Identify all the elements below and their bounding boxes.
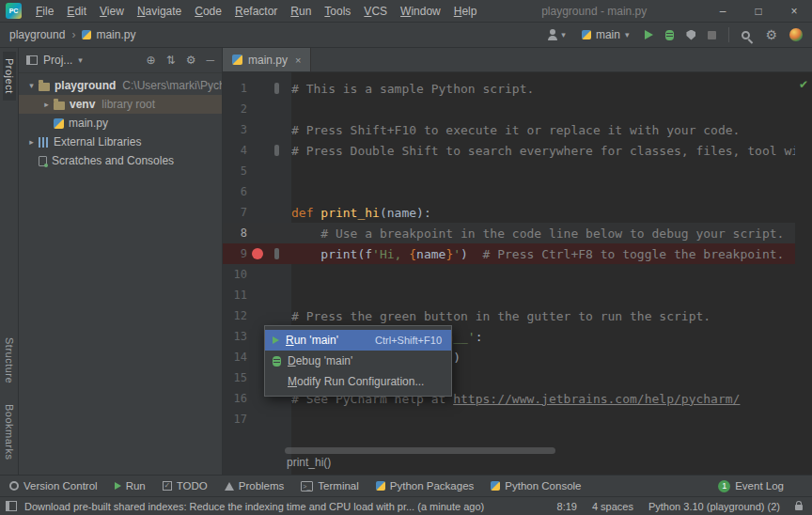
status-message[interactable]: Download pre-built shared indexes: Reduc… <box>24 501 484 512</box>
toolwindow-button-version-control[interactable]: Version Control <box>9 480 98 492</box>
run-configuration-select[interactable]: main ▾ <box>578 26 633 43</box>
code-line-8[interactable]: 8 # Use a breakpoint in the code line be… <box>223 223 795 243</box>
line-number[interactable]: 15 <box>223 371 247 384</box>
line-number[interactable]: 3 <box>223 123 247 136</box>
chevron-right-icon[interactable]: ▸ <box>39 100 54 109</box>
terminal-icon <box>301 481 313 492</box>
tree-item-scratches-and-consoles[interactable]: Scratches and Consoles <box>19 151 222 170</box>
avatar[interactable] <box>789 28 803 41</box>
code-line-10[interactable]: 10 <box>223 264 795 285</box>
line-number[interactable]: 8 <box>223 226 247 240</box>
menu-tools[interactable]: Tools <box>318 0 357 22</box>
lock-icon[interactable] <box>795 505 803 510</box>
editor-breadcrumb[interactable]: print_hi() <box>287 456 331 469</box>
coverage-button[interactable] <box>686 30 695 40</box>
tab-main-py[interactable]: main.py × <box>223 48 311 71</box>
code-line-2[interactable]: 2 <box>223 99 795 119</box>
breadcrumb-item-playground[interactable]: playground <box>9 28 65 41</box>
tool-window-switcher-icon[interactable] <box>6 501 17 511</box>
code-line-6[interactable]: 6 <box>223 181 795 202</box>
settings-gear-icon[interactable]: ⚙ <box>765 28 777 41</box>
breadcrumb-item-main-py[interactable]: main.py <box>82 28 135 41</box>
line-number[interactable]: 13 <box>223 330 247 343</box>
code-line-17[interactable]: 17 <box>223 409 795 429</box>
toolwindow-button-run[interactable]: Run <box>115 480 146 492</box>
menu-navigate[interactable]: Navigate <box>131 0 188 22</box>
debug-button[interactable] <box>665 30 674 40</box>
line-number[interactable]: 11 <box>223 289 247 302</box>
code-line-3[interactable]: 3# Press Shift+F10 to execute it or repl… <box>223 119 795 140</box>
line-number[interactable]: 2 <box>223 102 247 116</box>
chevron-down-icon[interactable]: ▾ <box>24 81 39 90</box>
stripe-item-project[interactable]: Project <box>3 52 16 101</box>
line-number[interactable]: 12 <box>223 309 247 322</box>
breakpoint-icon[interactable] <box>252 248 263 259</box>
menu-item-modify-run-configuration[interactable]: Modify Run Configuration... <box>265 371 451 392</box>
code-editor[interactable]: 1# This is a sample Python script.23# Pr… <box>223 72 812 475</box>
code-line-1[interactable]: 1# This is a sample Python script. <box>223 78 795 99</box>
user-menu-button[interactable]: ▾ <box>547 29 566 40</box>
line-number[interactable]: 6 <box>223 185 247 198</box>
tree-item-venv[interactable]: ▸venvlibrary root <box>19 95 222 114</box>
project-view-select[interactable]: Proj... <box>43 54 72 67</box>
menu-refactor[interactable]: Refactor <box>228 0 284 22</box>
line-number[interactable]: 5 <box>223 164 247 178</box>
code-line-7[interactable]: 7def print_hi(name): <box>223 202 795 223</box>
toolwindow-button-event-log[interactable]: 1Event Log <box>718 480 784 492</box>
line-number[interactable]: 7 <box>223 206 247 219</box>
toolwindow-button-terminal[interactable]: Terminal <box>301 480 358 492</box>
horizontal-scrollbar[interactable] <box>285 447 555 454</box>
collapse-all-icon[interactable]: ⇅ <box>166 55 176 66</box>
code-line-9[interactable]: 9 print(f'Hi, {name}') # Press Ctrl+F8 t… <box>223 243 795 264</box>
chevron-right-icon[interactable]: ▸ <box>24 137 39 147</box>
menu-vcs[interactable]: VCS <box>357 0 394 22</box>
menu-run[interactable]: Run <box>284 0 318 22</box>
maximize-button[interactable]: □ <box>741 0 776 22</box>
menu-help[interactable]: Help <box>447 0 484 22</box>
line-number[interactable]: 4 <box>223 144 247 157</box>
fold-icon[interactable] <box>274 145 279 156</box>
panel-settings-icon[interactable]: ⚙ <box>186 55 196 66</box>
code-line-5[interactable]: 5 <box>223 161 795 181</box>
menu-item-debug-main[interactable]: Debug 'main' <box>265 351 451 371</box>
tree-item-main-py[interactable]: main.py <box>19 114 222 133</box>
stripe-item-structure[interactable]: Structure <box>3 331 16 390</box>
code-line-4[interactable]: 4# Press Double Shift to search everywhe… <box>223 140 795 161</box>
status-python-3-10-playground-2[interactable]: Python 3.10 (playground) (2) <box>648 501 780 512</box>
menu-view[interactable]: View <box>93 0 131 22</box>
run-button[interactable] <box>645 30 653 39</box>
status-4-spaces[interactable]: 4 spaces <box>592 501 633 512</box>
code-link[interactable]: https://www.jetbrains.com/help/pycharm/ <box>453 392 740 406</box>
stripe-item-bookmarks[interactable]: Bookmarks <box>3 398 16 467</box>
line-number[interactable]: 17 <box>223 413 247 426</box>
line-number[interactable]: 10 <box>223 268 247 281</box>
close-button[interactable]: × <box>776 0 812 22</box>
status-8-19[interactable]: 8:19 <box>557 501 577 512</box>
editor-tab-bar: main.py × <box>223 48 812 72</box>
menu-window[interactable]: Window <box>394 0 447 22</box>
line-number[interactable]: 9 <box>223 247 247 260</box>
code-line-12[interactable]: 12# Press the green button in the gutter… <box>223 305 795 326</box>
search-icon[interactable] <box>742 31 750 39</box>
toolwindow-button-todo[interactable]: TODO <box>163 480 208 492</box>
tree-item-playground[interactable]: ▾playgroundC:\Users\marki\PycharmProject… <box>19 76 222 95</box>
line-number[interactable]: 16 <box>223 392 247 405</box>
toolwindow-button-python-console[interactable]: Python Console <box>491 480 581 492</box>
tree-item-external-libraries[interactable]: ▸External Libraries <box>19 133 222 151</box>
menu-file[interactable]: File <box>29 0 60 22</box>
toolwindow-button-python-packages[interactable]: Python Packages <box>376 480 475 492</box>
minimize-button[interactable]: – <box>705 0 741 22</box>
stop-button[interactable] <box>708 31 716 39</box>
menu-edit[interactable]: Edit <box>60 0 93 22</box>
hide-panel-icon[interactable]: ─ <box>206 55 214 66</box>
menu-code[interactable]: Code <box>188 0 228 22</box>
fold-icon[interactable] <box>274 248 279 259</box>
menu-item-run-main[interactable]: Run 'main'Ctrl+Shift+F10 <box>265 330 451 351</box>
toolwindow-button-problems[interactable]: Problems <box>225 480 285 492</box>
code-line-11[interactable]: 11 <box>223 285 795 305</box>
line-number[interactable]: 14 <box>223 351 247 364</box>
select-opened-file-icon[interactable]: ⊕ <box>147 55 156 66</box>
fold-icon[interactable] <box>274 83 279 94</box>
line-number[interactable]: 1 <box>223 82 247 95</box>
close-tab-icon[interactable]: × <box>295 55 301 66</box>
